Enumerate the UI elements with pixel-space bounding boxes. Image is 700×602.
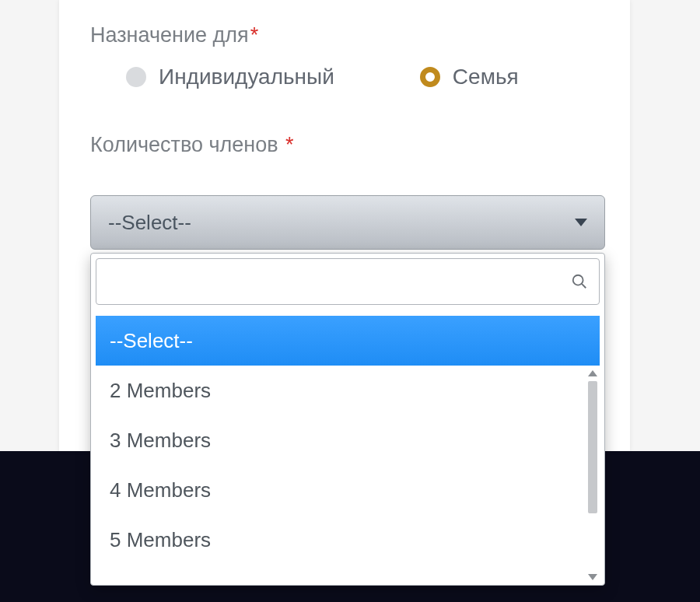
svg-point-0 [573, 275, 583, 285]
members-label: Количество членов * [90, 133, 630, 157]
dropdown-search[interactable] [96, 258, 600, 305]
dropdown-scrollbar[interactable] [586, 370, 600, 580]
purpose-radio-group: Индивидуальный Семья [90, 65, 630, 89]
dropdown-option-4-members[interactable]: 4 Members [96, 465, 600, 515]
radio-individual-label: Индивидуальный [159, 65, 334, 89]
scroll-up-icon [588, 370, 597, 376]
dropdown-option-2-members[interactable]: 2 Members [96, 366, 600, 415]
radio-family-label: Семья [453, 65, 519, 89]
required-asterisk: * [285, 133, 294, 156]
dropdown-option-placeholder[interactable]: --Select-- [96, 316, 600, 366]
radio-individual[interactable]: Индивидуальный [126, 65, 334, 89]
radio-family[interactable]: Семья [420, 65, 519, 89]
purpose-label-text: Назначение для [90, 23, 249, 47]
scroll-thumb[interactable] [588, 381, 597, 513]
members-dropdown: --Select-- --Select-- 2 Members 3 Member… [90, 195, 605, 586]
purpose-label: Назначение для* [90, 23, 630, 47]
dropdown-options-list: --Select-- 2 Members 3 Members 4 Members… [96, 316, 600, 585]
chevron-down-icon [575, 219, 587, 226]
required-asterisk: * [250, 23, 259, 47]
dropdown-search-input[interactable] [107, 258, 563, 305]
dropdown-toggle[interactable]: --Select-- [90, 195, 605, 250]
svg-line-1 [582, 284, 586, 288]
radio-checked-icon [420, 67, 440, 87]
dropdown-panel: --Select-- 2 Members 3 Members 4 Members… [90, 253, 605, 586]
radio-unchecked-icon [126, 67, 146, 87]
search-icon [571, 273, 588, 290]
dropdown-option-3-members[interactable]: 3 Members [96, 415, 600, 465]
scroll-down-icon [588, 574, 597, 580]
members-label-text: Количество членов [90, 133, 284, 156]
dropdown-option-5-members[interactable]: 5 Members [96, 515, 600, 565]
dropdown-selected-value: --Select-- [108, 211, 191, 235]
